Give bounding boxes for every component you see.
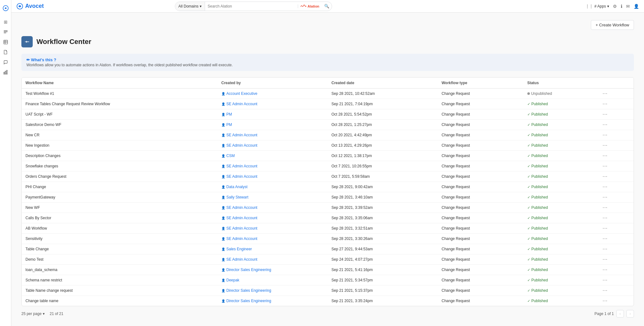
workflow-actions: ··· — [597, 203, 634, 213]
workflow-creator[interactable]: 👤 SE Admin Account — [218, 203, 328, 213]
status-badge: ✓ Published — [527, 174, 593, 179]
workflow-creator[interactable]: 👤 Director Sales Engineering — [218, 265, 328, 275]
workflow-date: Sep 28 2021, 3:39:52am — [328, 203, 438, 213]
settings-icon[interactable]: ⚙ — [613, 4, 617, 9]
workflow-creator[interactable]: 👤 SE Admin Account — [218, 213, 328, 223]
more-options-button[interactable]: ··· — [601, 256, 609, 263]
workflow-creator[interactable]: 👤 Account Executive — [218, 89, 328, 99]
workflow-name[interactable]: Test Workflow #1 — [22, 89, 218, 99]
create-workflow-button[interactable]: + Create Workflow — [591, 20, 634, 30]
sidebar-item-file[interactable] — [1, 48, 10, 57]
workflow-name[interactable]: Change table name — [22, 296, 218, 306]
user-icon[interactable]: 👤 — [634, 4, 639, 9]
workflow-name[interactable]: Snowflake changes — [22, 161, 218, 171]
info-text: Workflows allow you to automate actions … — [26, 63, 233, 67]
workflow-name[interactable]: PaymentGateway — [22, 192, 218, 203]
workflow-creator[interactable]: 👤 SE Admin Account — [218, 234, 328, 244]
workflow-creator[interactable]: 👤 SE Admin Account — [218, 130, 328, 140]
more-options-button[interactable]: ··· — [601, 225, 609, 231]
sidebar-item-chat[interactable] — [1, 58, 10, 67]
workflow-status: ✓ Published — [524, 161, 597, 171]
more-options-button[interactable]: ··· — [601, 142, 609, 149]
workflow-name[interactable]: Schema name restrict — [22, 275, 218, 285]
more-options-button[interactable]: ··· — [601, 266, 609, 273]
workflow-creator[interactable]: 👤 Deepak — [218, 275, 328, 285]
more-options-button[interactable]: ··· — [601, 101, 609, 107]
workflow-name[interactable]: Orders Change Request — [22, 171, 218, 182]
notifications-icon[interactable]: ✉ — [626, 4, 630, 9]
workflow-name[interactable]: loan_data_schema — [22, 265, 218, 275]
workflow-creator[interactable]: 👤 PM — [218, 109, 328, 120]
help-icon[interactable]: ℹ — [621, 4, 622, 9]
workflow-name[interactable]: New CR — [22, 130, 218, 140]
per-page-selector[interactable]: 25 per page ▾ 21 of 21 — [21, 312, 63, 316]
workflow-name[interactable]: Table Change — [22, 244, 218, 254]
sidebar-item-catalog[interactable] — [1, 28, 10, 36]
workflow-name[interactable]: Finance Tables Change Request Review Wor… — [22, 99, 218, 109]
more-options-button[interactable]: ··· — [601, 297, 609, 304]
creator-name: Sally Stewart — [226, 195, 248, 199]
more-options-button[interactable]: ··· — [601, 194, 609, 200]
workflow-status: ✓ Published — [524, 296, 597, 306]
workflow-creator[interactable]: 👤 CSM — [218, 151, 328, 161]
workflow-name[interactable]: Sensitivity — [22, 234, 218, 244]
workflow-creator[interactable]: 👤 SE Admin Account — [218, 223, 328, 234]
workflow-name[interactable]: Calls By Sector — [22, 213, 218, 223]
workflow-creator[interactable]: 👤 SE Admin Account — [218, 99, 328, 109]
table-row: Description Changes 👤 CSM Oct 12 2021, 1… — [22, 151, 634, 161]
sidebar-item-analytics[interactable] — [1, 68, 10, 77]
more-options-button[interactable]: ··· — [601, 235, 609, 242]
more-options-button[interactable]: ··· — [601, 287, 609, 294]
workflow-creator[interactable]: 👤 Data Analyst — [218, 182, 328, 192]
more-options-button[interactable]: ··· — [601, 204, 609, 211]
search-input[interactable] — [205, 4, 298, 8]
domain-selector[interactable]: All Domains ▾ — [175, 2, 205, 11]
table-row: New CR 👤 SE Admin Account Oct 20 2021, 4… — [22, 130, 634, 140]
more-options-button[interactable]: ··· — [601, 215, 609, 221]
status-badge: ✓ Published — [527, 102, 593, 106]
sidebar-item-home[interactable]: ⊞ — [1, 18, 10, 26]
sidebar-item-table[interactable] — [1, 38, 10, 46]
workflow-name[interactable]: New Ingestion — [22, 140, 218, 151]
workflow-creator[interactable]: 👤 Director Sales Engineering — [218, 285, 328, 296]
status-badge: ✓ Published — [527, 236, 593, 241]
workflow-name[interactable]: UAT Script - WF — [22, 109, 218, 120]
workflow-creator[interactable]: 👤 SE Admin Account — [218, 254, 328, 265]
workflow-creator[interactable]: 👤 Director Sales Engineering — [218, 296, 328, 306]
more-options-button[interactable]: ··· — [601, 111, 609, 117]
apps-button[interactable]: ⋮⋮ # Apps ▾ — [586, 4, 609, 8]
workflow-name[interactable]: AB Workflow — [22, 223, 218, 234]
table-row: PHI Change 👤 Data Analyst Sep 28 2021, 9… — [22, 182, 634, 192]
more-options-button[interactable]: ··· — [601, 90, 609, 97]
more-options-button[interactable]: ··· — [601, 277, 609, 283]
workflow-name[interactable]: Salesforce Demo WF — [22, 120, 218, 130]
more-options-button[interactable]: ··· — [601, 163, 609, 169]
workflow-name[interactable]: PHI Change — [22, 182, 218, 192]
more-options-button[interactable]: ··· — [601, 246, 609, 252]
more-options-button[interactable]: ··· — [601, 121, 609, 128]
prev-page-button[interactable]: ‹ — [616, 310, 624, 318]
more-options-button[interactable]: ··· — [601, 152, 609, 159]
workflow-name[interactable]: Demo Test — [22, 254, 218, 265]
search-button[interactable]: 🔍 — [322, 4, 332, 8]
workflow-creator[interactable]: 👤 Sally Stewart — [218, 192, 328, 203]
more-options-button[interactable]: ··· — [601, 173, 609, 180]
workflow-creator[interactable]: 👤 SE Admin Account — [218, 171, 328, 182]
table-row: UAT Script - WF 👤 PM Oct 28 2021, 5:54:5… — [22, 109, 634, 120]
workflow-name[interactable]: Table Name change request — [22, 285, 218, 296]
more-options-button[interactable]: ··· — [601, 132, 609, 138]
workflow-creator[interactable]: 👤 SE Admin Account — [218, 140, 328, 151]
workflow-type: Change Request — [438, 254, 523, 265]
workflow-type: Change Request — [438, 171, 523, 182]
alation-search-label: Alation — [298, 4, 322, 8]
workflow-creator[interactable]: 👤 Sales Engineer — [218, 244, 328, 254]
user-avatar-icon: 👤 — [221, 227, 225, 230]
user-avatar-icon: 👤 — [221, 185, 225, 189]
workflow-name[interactable]: Description Changes — [22, 151, 218, 161]
next-page-button[interactable]: › — [626, 310, 634, 318]
workflow-name[interactable]: New WF — [22, 203, 218, 213]
workflow-creator[interactable]: 👤 PM — [218, 120, 328, 130]
user-avatar-icon: 👤 — [221, 154, 225, 158]
workflow-creator[interactable]: 👤 SE Admin Account — [218, 161, 328, 171]
more-options-button[interactable]: ··· — [601, 183, 609, 190]
